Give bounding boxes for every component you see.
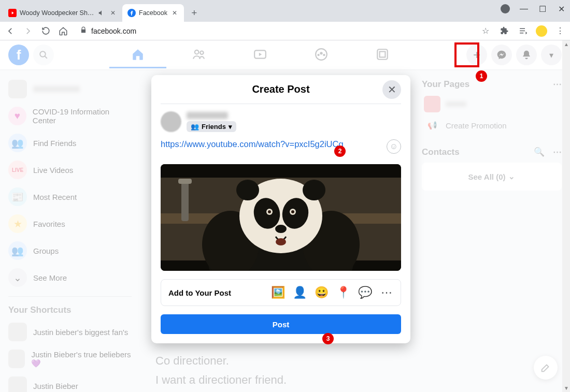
shortcut-item[interactable]: Justin Bieber's true beliebers 💜 <box>4 345 136 372</box>
add-to-post-bar: Add to Your Post 🖼️ 👤 😀 📍 💬 ⋯ <box>161 279 401 306</box>
maximize-button[interactable]: ☐ <box>538 4 547 13</box>
shortcut-item[interactable]: Justin Bieber <box>4 372 136 392</box>
profile-icon[interactable] <box>501 4 510 13</box>
svg-rect-10 <box>377 49 388 60</box>
scroll-down-icon[interactable]: ▼ <box>564 385 569 391</box>
tab-mute-icon[interactable] <box>97 9 106 17</box>
friends-icon: 👥 <box>8 134 27 152</box>
shortcut-label: Justin bieber's biggest fan's <box>33 328 128 337</box>
compose-area[interactable]: https://www.youtube.com/watch?v=pxcI5g2i… <box>161 139 401 154</box>
minimize-button[interactable]: — <box>519 4 529 13</box>
scrollbar[interactable]: ▲ ▼ <box>562 40 570 392</box>
see-all-button[interactable]: See All (0) ⌄ <box>427 168 557 185</box>
fb-search-button[interactable] <box>33 45 54 65</box>
tab-title: Facebook <box>139 9 167 17</box>
browser-tabstrip: Woody Woodpecker Show | ✕ Facebook ✕ + —… <box>0 0 570 22</box>
sidebar-item-label: Groups <box>33 246 59 255</box>
reading-list-icon[interactable] <box>517 25 529 37</box>
more-options-icon[interactable]: ⋯ <box>380 286 393 299</box>
home-button[interactable] <box>57 25 69 37</box>
extensions-icon[interactable] <box>498 25 510 37</box>
shortcut-thumb <box>8 376 27 392</box>
annotation-badge-1: 1 <box>476 70 487 82</box>
svg-point-22 <box>303 180 325 200</box>
browser-toolbar: facebook.com ☆ ⋮ <box>0 22 570 40</box>
nav-groups[interactable] <box>293 41 350 68</box>
sidebar-item-find-friends[interactable]: 👥Find Friends <box>4 129 136 156</box>
bookmark-star-icon[interactable]: ☆ <box>480 25 491 37</box>
page-name-blurred <box>446 101 466 107</box>
extension-badge-icon[interactable] <box>536 25 547 37</box>
sidebar-item-covid[interactable]: ♥COVID-19 Information Center <box>4 103 136 129</box>
privacy-label: Friends <box>202 123 226 130</box>
browser-menu-icon[interactable]: ⋮ <box>554 25 566 37</box>
new-tab-button[interactable]: + <box>187 6 202 20</box>
address-bar[interactable]: facebook.com <box>75 24 475 38</box>
friends-icon: 👥 <box>191 123 199 130</box>
groups-icon: 👥 <box>8 241 27 260</box>
nav-friends[interactable] <box>170 41 227 68</box>
emoji-picker-button[interactable]: ☺ <box>387 139 401 154</box>
forward-button[interactable] <box>22 25 34 37</box>
add-to-post-label: Add to Your Post <box>168 288 231 297</box>
tab-close-icon[interactable]: ✕ <box>109 9 117 17</box>
tab-facebook[interactable]: Facebook ✕ <box>122 4 184 22</box>
notifications-button[interactable] <box>516 45 537 65</box>
feed-post-text: Co directioner. I want a directioner fri… <box>155 351 415 390</box>
avatar <box>8 80 27 98</box>
close-window-button[interactable]: ✕ <box>557 4 566 13</box>
sidebar-item-groups[interactable]: 👥Groups <box>4 237 136 264</box>
left-sidebar: ♥COVID-19 Information Center 👥Find Frien… <box>0 69 140 392</box>
compose-fab[interactable] <box>534 356 558 380</box>
reload-button[interactable] <box>39 25 52 37</box>
svg-rect-11 <box>380 51 386 57</box>
check-in-icon[interactable]: 📍 <box>336 286 350 299</box>
nav-home[interactable] <box>109 41 166 68</box>
search-contacts-icon[interactable]: 🔍 <box>534 147 545 157</box>
right-sidebar: Your Pages ⋯ 📢 Create Promotion Contacts… <box>422 77 562 191</box>
gif-icon[interactable]: 💬 <box>358 286 372 299</box>
messenger-button[interactable] <box>491 45 512 65</box>
annotation-badge-2: 2 <box>334 146 346 157</box>
tab-youtube[interactable]: Woody Woodpecker Show | ✕ <box>3 4 122 22</box>
avatar <box>161 111 181 132</box>
close-modal-button[interactable]: ✕ <box>382 80 401 99</box>
contacts-title: Contacts <box>422 147 460 157</box>
svg-rect-16 <box>178 179 192 184</box>
more-icon[interactable]: ⋯ <box>553 79 562 90</box>
chevron-down-icon: ⌄ <box>8 268 27 287</box>
tag-people-icon[interactable]: 👤 <box>293 286 306 299</box>
shortcut-label: Justin Bieber <box>33 382 78 390</box>
tab-close-icon[interactable]: ✕ <box>170 9 179 17</box>
account-menu-button[interactable]: ▾ <box>541 45 562 65</box>
svg-point-3 <box>195 50 199 54</box>
feeling-icon[interactable]: 😀 <box>315 286 328 299</box>
lock-icon <box>80 26 87 35</box>
nav-watch[interactable] <box>232 41 289 68</box>
window-controls: — ☐ ✕ <box>501 4 566 13</box>
shortcut-item[interactable]: Justin bieber's biggest fan's <box>4 318 136 345</box>
modal-title: Create Post <box>161 83 401 95</box>
author-name-blurred <box>187 112 228 119</box>
sidebar-profile[interactable] <box>4 76 136 103</box>
privacy-selector[interactable]: 👥 Friends ▾ <box>187 121 236 132</box>
your-pages-header: Your Pages ⋯ <box>422 77 562 92</box>
create-promotion[interactable]: 📢 Create Promotion <box>422 117 562 134</box>
svg-point-2 <box>40 51 46 57</box>
sidebar-item-favorites[interactable]: ★Favorites <box>4 210 136 237</box>
back-button[interactable] <box>4 25 17 37</box>
modal-header: Create Post ✕ <box>161 75 401 104</box>
photo-video-icon[interactable]: 🖼️ <box>271 286 284 299</box>
page-viewport: f + <box>0 40 570 392</box>
annotation-badge-3: 3 <box>322 333 334 344</box>
sidebar-item-live[interactable]: LIVELive Videos <box>4 156 136 183</box>
svg-rect-15 <box>181 180 189 221</box>
fb-logo[interactable]: f <box>8 45 29 65</box>
post-button[interactable]: Post <box>161 314 401 334</box>
scroll-up-icon[interactable]: ▲ <box>564 41 569 47</box>
nav-gaming[interactable] <box>354 41 411 68</box>
sidebar-see-more[interactable]: ⌄See More <box>4 264 136 291</box>
sidebar-item-recent[interactable]: 📰Most Recent <box>4 183 136 210</box>
contacts-more-icon[interactable]: ⋯ <box>553 147 562 157</box>
page-row[interactable] <box>422 92 562 117</box>
